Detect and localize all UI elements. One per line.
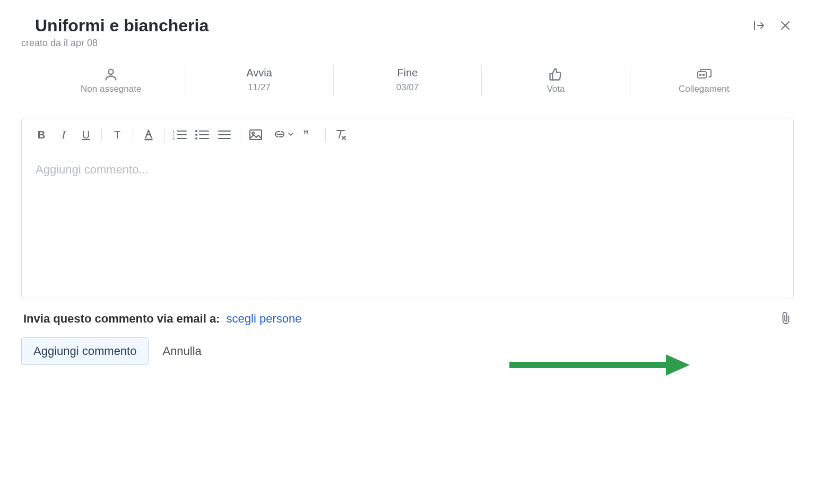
end-value: 03/07 [334, 82, 481, 93]
add-comment-button[interactable]: Aggiungi commento [21, 337, 149, 365]
svg-rect-11 [250, 130, 262, 140]
end-date-cell[interactable]: Fine 03/07 [334, 65, 481, 97]
clear-formatting-button[interactable]: T [106, 126, 128, 144]
thumbs-up-icon [548, 67, 563, 82]
cancel-button[interactable]: Annulla [162, 344, 201, 358]
link-label: Collegament [630, 84, 778, 94]
quote-icon: ” [303, 129, 317, 141]
underline-button[interactable]: U [75, 126, 97, 144]
svg-point-9 [195, 134, 197, 136]
svg-point-8 [195, 130, 197, 132]
svg-text:2: 2 [172, 133, 175, 137]
start-label: Avvia [185, 67, 333, 79]
svg-marker-15 [666, 354, 690, 376]
align-button[interactable] [213, 126, 236, 144]
send-email-label: Invia questo commento via email a: [23, 312, 220, 325]
user-icon [103, 67, 118, 82]
link-icon [272, 129, 294, 141]
svg-point-2 [700, 74, 701, 76]
svg-text:1: 1 [172, 129, 175, 133]
svg-text:3: 3 [172, 137, 175, 141]
remove-format-icon [334, 128, 348, 141]
bold-button[interactable]: B [30, 126, 53, 144]
ordered-list-icon: 1 2 3 [172, 129, 187, 141]
svg-rect-4 [144, 139, 152, 141]
vote-cell[interactable]: Vota [482, 65, 629, 97]
svg-point-0 [109, 69, 114, 74]
italic-button[interactable]: I [53, 126, 75, 144]
comment-editor: B I U T 1 2 3 [21, 118, 794, 299]
align-icon [218, 129, 231, 141]
task-title: Uniformi e biancheria [35, 16, 794, 36]
svg-point-12 [252, 132, 254, 134]
image-button[interactable] [245, 126, 267, 144]
created-by-text: creato da il apr 08 [21, 38, 794, 49]
close-icon[interactable] [779, 19, 792, 32]
summary-row: Non assegnate Avvia 11/27 Fine 03/07 Vot… [37, 65, 778, 97]
paperclip-icon [780, 311, 792, 325]
start-value: 11/27 [185, 82, 333, 93]
unordered-list-button[interactable] [191, 126, 213, 144]
assignee-cell[interactable]: Non assegnate [37, 65, 185, 97]
svg-rect-14 [509, 362, 669, 368]
remove-format-button[interactable] [330, 126, 352, 144]
annotation-arrow [509, 354, 690, 376]
svg-rect-1 [698, 72, 706, 78]
attachment-button[interactable] [780, 311, 792, 327]
image-icon [249, 129, 263, 141]
unordered-list-icon [195, 129, 210, 141]
ordered-list-button[interactable]: 1 2 3 [169, 126, 191, 144]
text-color-button[interactable] [137, 126, 160, 144]
link-cell[interactable]: Collegament [630, 65, 778, 97]
end-label: Fine [334, 67, 481, 79]
quote-button[interactable]: ” [299, 126, 321, 144]
vote-label: Vota [482, 84, 629, 94]
popout-icon[interactable] [752, 19, 765, 32]
text-color-icon [142, 128, 155, 142]
choose-people-link[interactable]: scegli persone [227, 312, 302, 325]
editor-toolbar: B I U T 1 2 3 [22, 118, 793, 149]
start-date-cell[interactable]: Avvia 11/27 [185, 65, 333, 97]
svg-point-3 [703, 74, 705, 76]
svg-point-10 [195, 137, 197, 140]
assignee-value: Non assegnate [37, 84, 185, 94]
comment-textarea[interactable]: Aggiungi commento... [22, 149, 793, 299]
svg-text:”: ” [303, 129, 309, 141]
insert-link-button[interactable] [267, 126, 299, 144]
link-cards-icon [696, 67, 712, 82]
